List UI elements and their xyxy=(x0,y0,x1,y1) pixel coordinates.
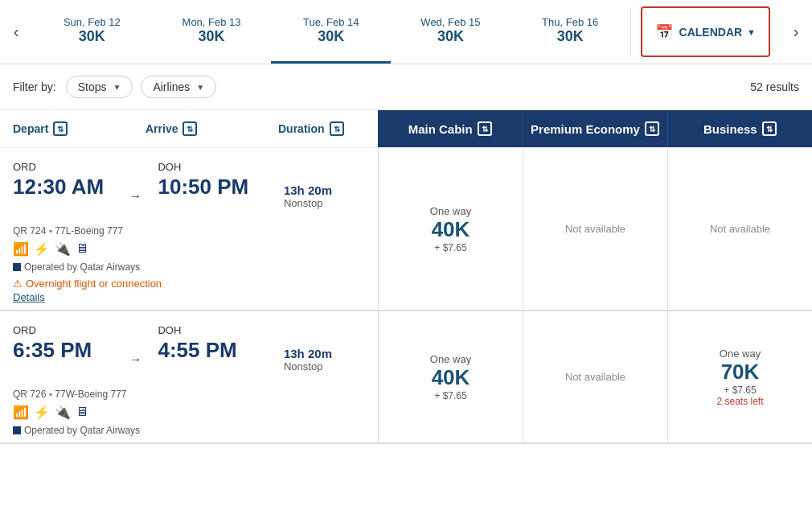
usb-icon: 🔌 xyxy=(55,405,71,420)
main-cabin-header[interactable]: Main Cabin ⇅ xyxy=(378,110,523,147)
calendar-icon: 📅 xyxy=(655,23,673,41)
wifi-icon: 📶 xyxy=(13,405,29,420)
calendar-label: CALENDAR xyxy=(679,26,743,39)
fare-cell-main_cabin-1[interactable]: One way40K+ $7.65 xyxy=(378,311,523,442)
date-item-3[interactable]: Wed, Feb 1530K xyxy=(391,0,511,64)
depart-column-header[interactable]: Depart ⇅ xyxy=(0,110,133,147)
duration-label: Duration xyxy=(278,122,325,135)
business-header[interactable]: Business ⇅ xyxy=(668,110,812,147)
date-item-0[interactable]: Sun, Feb 1230K xyxy=(32,0,152,64)
filter-bar: Filter by: Stops ▼ Airlines ▼ 52 results xyxy=(0,64,812,110)
fare-cell-business-0: Not available xyxy=(667,148,812,310)
depart-label: Depart xyxy=(13,122,48,135)
fare-cells-0: One way40K+ $7.65Not availableNot availa… xyxy=(378,148,812,310)
fare-cells-1: One way40K+ $7.65Not availableOne way70K… xyxy=(378,311,812,442)
usb-icon: 🔌 xyxy=(55,241,71,257)
flight-meta-1: QR 726 ▪ 77W-Boeing 777📶⚡🔌🖥 Operated by … xyxy=(0,385,378,442)
table-row: ORD 12:30 AM → DOH 10:50 PM 13h 20m Nons… xyxy=(0,148,812,311)
business-sort-icon: ⇅ xyxy=(762,121,777,136)
arrive-sort-icon: ⇅ xyxy=(182,121,197,136)
date-item-1[interactable]: Mon, Feb 1330K xyxy=(152,0,272,64)
fare-cell-premium_economy-0: Not available xyxy=(523,148,667,310)
stops-filter-label: Stops xyxy=(78,80,107,93)
details-link[interactable]: Details xyxy=(13,291,365,303)
premium-economy-header[interactable]: Premium Economy ⇅ xyxy=(523,110,667,147)
date-item-4[interactable]: Thu, Feb 1630K xyxy=(511,0,630,64)
power-icon: ⚡ xyxy=(34,241,50,257)
duration-column-header[interactable]: Duration ⇅ xyxy=(265,110,378,147)
flight-depart-0: ORD 12:30 AM xyxy=(0,148,125,212)
flight-arrive-0: DOH 10:50 PM xyxy=(145,148,270,212)
fare-cell-business-1[interactable]: One way70K+ $7.652 seats left xyxy=(667,311,812,442)
main-cabin-sort-icon: ⇅ xyxy=(478,121,492,136)
prev-date-arrow[interactable]: ‹ xyxy=(0,0,32,64)
flight-duration-0: 13h 20m Nonstop xyxy=(271,148,378,222)
arrive-label: Arrive xyxy=(146,122,178,135)
date-navigation: ‹ Sun, Feb 1230KMon, Feb 1330KTue, Feb 1… xyxy=(0,0,812,64)
fare-cell-premium_economy-1: Not available xyxy=(523,311,667,442)
flight-arrow-icon: → xyxy=(125,352,145,367)
arrive-column-header[interactable]: Arrive ⇅ xyxy=(133,110,265,147)
premium-economy-sort-icon: ⇅ xyxy=(645,121,659,136)
date-items: Sun, Feb 1230KMon, Feb 1330KTue, Feb 143… xyxy=(32,0,630,64)
flight-duration-1: 13h 20m Nonstop xyxy=(271,311,378,385)
flight-left-1: ORD 6:35 PM → DOH 4:55 PM 13h 20m Nonsto… xyxy=(0,311,378,442)
calendar-button[interactable]: 📅 CALENDAR ▼ xyxy=(641,6,770,57)
results-count: 52 results xyxy=(750,80,799,93)
filter-label: Filter by: xyxy=(13,80,56,93)
stops-filter-button[interactable]: Stops ▼ xyxy=(66,76,133,98)
airlines-filter-label: Airlines xyxy=(153,80,190,93)
flight-depart-1: ORD 6:35 PM xyxy=(0,311,125,376)
warning-icon: ⚠ xyxy=(13,278,23,290)
calendar-dropdown-icon: ▼ xyxy=(747,27,756,37)
flight-left-0: ORD 12:30 AM → DOH 10:50 PM 13h 20m Nons… xyxy=(0,148,378,310)
airlines-dropdown-icon: ▼ xyxy=(196,83,204,92)
flight-arrow-icon: → xyxy=(125,189,145,204)
nav-divider xyxy=(630,8,631,56)
table-row: ORD 6:35 PM → DOH 4:55 PM 13h 20m Nonsto… xyxy=(0,311,812,444)
depart-sort-icon: ⇅ xyxy=(53,121,68,136)
power-icon: ⚡ xyxy=(34,405,50,420)
flight-meta-0: QR 724 ▪ 77L-Boeing 777📶⚡🔌🖥 Operated by … xyxy=(0,222,378,310)
airlines-filter-button[interactable]: Airlines ▼ xyxy=(141,76,216,98)
entertainment-icon: 🖥 xyxy=(76,405,88,420)
cabin-headers: Main Cabin ⇅ Premium Economy ⇅ Business … xyxy=(378,110,812,147)
duration-sort-icon: ⇅ xyxy=(330,121,344,136)
business-label: Business xyxy=(703,122,757,136)
main-cabin-label: Main Cabin xyxy=(408,122,473,136)
flights-list: ORD 12:30 AM → DOH 10:50 PM 13h 20m Nons… xyxy=(0,148,812,444)
date-item-2[interactable]: Tue, Feb 1430K xyxy=(271,0,391,64)
premium-economy-label: Premium Economy xyxy=(531,122,640,136)
flight-arrive-1: DOH 4:55 PM xyxy=(145,311,270,376)
next-date-arrow[interactable]: › xyxy=(780,0,812,64)
entertainment-icon: 🖥 xyxy=(76,241,88,257)
stops-dropdown-icon: ▼ xyxy=(113,83,121,92)
wifi-icon: 📶 xyxy=(13,241,29,257)
fare-cell-main_cabin-0[interactable]: One way40K+ $7.65 xyxy=(378,148,523,310)
column-headers: Depart ⇅ Arrive ⇅ Duration ⇅ Main Cabin … xyxy=(0,110,812,148)
